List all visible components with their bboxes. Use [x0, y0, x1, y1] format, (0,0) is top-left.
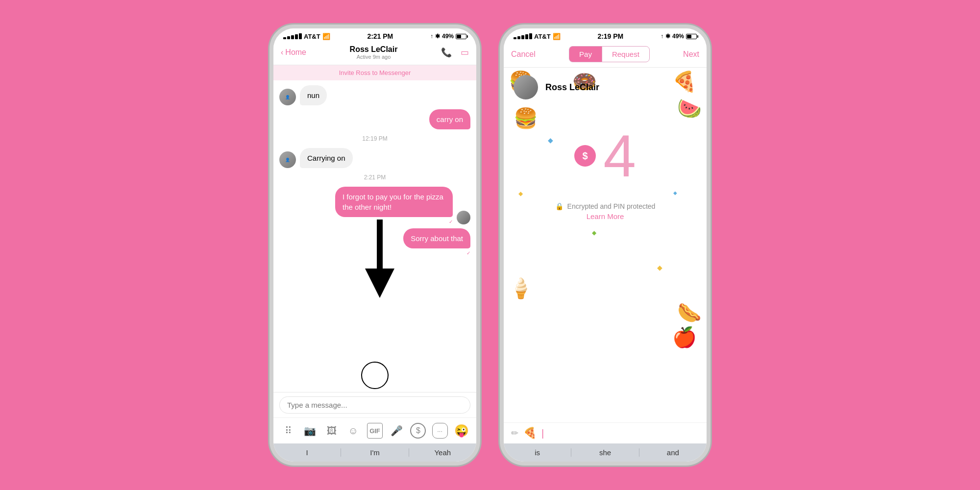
next-button[interactable]: Next [683, 50, 699, 59]
signal-icon [283, 33, 302, 39]
text-cursor: | [541, 428, 544, 439]
battery-pct-1: 49% [442, 33, 454, 40]
pay-recipient: Ross LeClair [504, 68, 707, 107]
wifi-icon: 📶 [322, 33, 330, 40]
dollar-circle: $ [574, 145, 596, 167]
video-icon[interactable]: ▭ [461, 47, 469, 58]
bluetooth-icon-2: ✱ [665, 33, 670, 40]
status-left-1: AT&T 📶 [283, 33, 330, 40]
pencil-icon[interactable]: ✏ [511, 428, 518, 439]
message-row: 👤 nun [279, 85, 470, 105]
security-row: 🔒 Encrypted and PIN protected [555, 202, 656, 210]
message-input-row [273, 392, 476, 418]
status-left-2: AT&T 📶 [514, 33, 561, 40]
back-button[interactable]: ‹ Home [281, 48, 306, 57]
dollar-icon[interactable]: $ [410, 423, 426, 439]
tab-request[interactable]: Request [602, 46, 650, 62]
message-row: carry on [279, 109, 470, 129]
dots-icon[interactable]: ··· [432, 423, 448, 439]
phones-container: AT&T 📶 2:21 PM ↑ ✱ 49% ‹ Home Ross LeCla… [270, 24, 710, 466]
timestamp: 12:19 PM [279, 135, 470, 142]
keyboard-suggestions: I I'm Yeah [273, 443, 476, 462]
mic-icon[interactable]: 🎤 [389, 423, 404, 439]
pay-suggestion-1[interactable]: is [504, 448, 571, 457]
pay-body: 🍔 🍕 🍩 🍉 🍦 🌭 🍎 🍔 ◆ ◆ ◆ ◆ ◆ Ross LeClair [504, 68, 707, 422]
message-bubble-sorry: Sorry about that [403, 228, 470, 248]
avatar [457, 211, 470, 224]
security-text: Encrypted and PIN protected [567, 202, 656, 210]
gif-icon[interactable]: GIF [367, 423, 383, 439]
gallery-icon[interactable]: 🖼 [324, 423, 340, 439]
carrier-2: AT&T [534, 33, 551, 40]
phone-2: AT&T 📶 2:19 PM ↑ ✱ 49% Cancel Pay Reques… [500, 24, 710, 466]
circle-highlight [361, 362, 389, 389]
chevron-left-icon: ‹ [281, 48, 283, 57]
pay-tabs: Pay Request [569, 46, 650, 62]
tab-pay[interactable]: Pay [569, 46, 602, 62]
pay-suggestion-3[interactable]: and [639, 448, 707, 457]
suggestion-1[interactable]: I [273, 448, 341, 457]
camera-icon[interactable]: 📷 [302, 423, 318, 439]
pay-suggestion-2[interactable]: she [571, 448, 639, 457]
message-bubble: carry on [429, 109, 470, 129]
chat-toolbar: ⠿ 📷 🖼 ☺ GIF 🎤 $ ··· 😜 [273, 392, 476, 443]
location-icon: ↑ [430, 33, 433, 40]
status-bar-1: AT&T 📶 2:21 PM ↑ ✱ 49% [273, 28, 476, 42]
status-right-2: ↑ ✱ 49% [661, 33, 697, 40]
pay-header: Cancel Pay Request Next [504, 42, 707, 68]
battery-icon-1 [456, 34, 466, 39]
toolbar-icons: ⠿ 📷 🖼 ☺ GIF 🎤 $ ··· 😜 [273, 418, 476, 443]
avatar: 👤 [279, 151, 296, 168]
message-bubble: nun [300, 85, 327, 105]
avatar: 👤 [279, 89, 296, 105]
status-bar-2: AT&T 📶 2:19 PM ↑ ✱ 49% [504, 28, 707, 42]
signal-icon-2 [514, 33, 532, 39]
location-icon-2: ↑ [661, 33, 663, 40]
contact-status: Active 9m ago [350, 54, 398, 60]
arrow-annotation [365, 220, 404, 300]
pay-amount-area: $ 4 [504, 117, 707, 195]
suggestion-3[interactable]: Yeah [409, 448, 476, 457]
pay-avatar [514, 75, 538, 99]
message-input[interactable] [279, 396, 470, 414]
lock-icon: 🔒 [555, 202, 564, 210]
food-hotdog: 🌭 [677, 301, 702, 324]
contact-info: Ross LeClair Active 9m ago [350, 45, 398, 60]
phone-icon[interactable]: 📞 [441, 47, 452, 58]
chat-header: ‹ Home Ross LeClair Active 9m ago 📞 ▭ [273, 42, 476, 65]
invite-banner[interactable]: Invite Ross to Messenger [273, 65, 476, 80]
pay-security: 🔒 Encrypted and PIN protected Learn More [504, 195, 707, 228]
cancel-button[interactable]: Cancel [511, 50, 536, 59]
wifi-icon-2: 📶 [553, 33, 561, 40]
smiley-icon[interactable]: ☺ [345, 423, 361, 439]
diamond-yellow-2: ◆ [657, 264, 662, 271]
emoji-face-icon[interactable]: 😜 [454, 423, 469, 439]
grid-icon[interactable]: ⠿ [280, 423, 296, 439]
message-row: 👤 Carrying on [279, 148, 470, 168]
dollar-sign: $ [583, 150, 588, 162]
battery-icon-2 [686, 34, 697, 39]
pay-suggestions: is she and [504, 443, 707, 462]
bluetooth-icon: ✱ [435, 33, 440, 40]
message-row: I forgot to pay you for the pizza the ot… [279, 187, 470, 224]
learn-more-link[interactable]: Learn More [587, 212, 624, 220]
status-right-1: ↑ ✱ 49% [430, 33, 466, 40]
message-bubble: I forgot to pay you for the pizza the ot… [335, 187, 453, 217]
phone-1: AT&T 📶 2:21 PM ↑ ✱ 49% ‹ Home Ross LeCla… [270, 24, 480, 466]
check-icon: ✓ [449, 219, 453, 224]
time-1: 2:21 PM [367, 32, 393, 40]
message-bubble-carrying: Carrying on [300, 148, 353, 168]
amount-display: 4 [603, 126, 636, 185]
back-label[interactable]: Home [285, 48, 306, 57]
contact-name: Ross LeClair [350, 45, 398, 54]
battery-pct-2: 49% [672, 33, 684, 40]
svg-marker-1 [365, 269, 394, 298]
pay-keyboard-row: ✏ 🍕 | [504, 422, 707, 443]
diamond-green-1: ◆ [592, 229, 596, 236]
pay-recipient-name: Ross LeClair [545, 82, 599, 93]
chat-action-icons: 📞 ▭ [441, 47, 469, 58]
food-apple: 🍎 [672, 326, 697, 349]
carrier-1: AT&T [304, 33, 320, 40]
suggestion-2[interactable]: I'm [341, 448, 409, 457]
timestamp: 2:21 PM [279, 174, 470, 181]
